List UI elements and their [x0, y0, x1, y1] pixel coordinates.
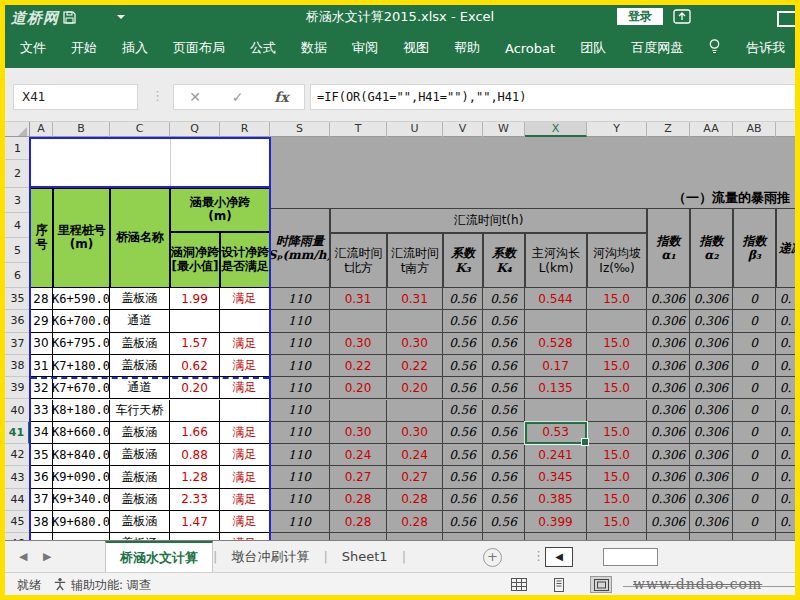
cell-V36[interactable]: 0.56	[443, 310, 483, 332]
cell-Z44[interactable]: 0.306	[647, 489, 690, 511]
insert-function-icon[interactable]: fx	[274, 89, 288, 105]
cell-X35[interactable]: 0.544	[525, 288, 587, 310]
cell-Y42[interactable]: 15.0	[587, 444, 647, 466]
cell-Y46[interactable]	[587, 533, 647, 540]
cell-V38[interactable]: 0.56	[443, 355, 483, 377]
cell-R41[interactable]: 满足	[220, 422, 270, 444]
cell-Q46[interactable]	[170, 533, 220, 540]
cell-W39[interactable]: 0.56	[483, 377, 525, 399]
view-normal-icon[interactable]	[508, 576, 530, 593]
cell-U44[interactable]: 0.28	[387, 489, 443, 511]
cell-U41[interactable]: 0.30	[387, 422, 443, 444]
sheet-tab-sheet1[interactable]: Sheet1	[328, 541, 402, 572]
sheet-tab-bridge-hydrology[interactable]: 桥涵水文计算	[105, 541, 213, 572]
row-header-41[interactable]: 41	[5, 422, 30, 444]
cell-AA36[interactable]: 0.306	[690, 310, 733, 332]
column-header-AB[interactable]: AB	[733, 122, 776, 137]
cell-V40[interactable]: 0.56	[443, 400, 483, 422]
cell-Y45[interactable]: 15.0	[587, 511, 647, 533]
cell-AB43[interactable]: 0	[733, 466, 776, 488]
cell-S41[interactable]: 110	[270, 422, 330, 444]
cell-V44[interactable]: 0.56	[443, 489, 483, 511]
cell-AC39[interactable]: 0.	[776, 377, 796, 399]
column-header-U[interactable]: U	[387, 122, 443, 137]
cell-Q36[interactable]	[170, 310, 220, 332]
column-header-C[interactable]: C	[110, 122, 170, 137]
cell-X42[interactable]: 0.241	[525, 444, 587, 466]
header-recession-partial[interactable]: 递减	[776, 208, 796, 288]
cell-A45[interactable]: 38	[30, 511, 53, 533]
cell-X39[interactable]: 0.135	[525, 377, 587, 399]
cell-U43[interactable]: 0.27	[387, 466, 443, 488]
row-header-2[interactable]: 2	[5, 160, 30, 188]
column-header-B[interactable]: B	[53, 122, 110, 137]
cell-AC35[interactable]: 0.	[776, 288, 796, 310]
ribbon-tab-review[interactable]: 审阅	[352, 39, 378, 57]
cell-AA39[interactable]: 0.306	[690, 377, 733, 399]
cell-C40[interactable]: 车行天桥	[110, 400, 170, 422]
cell-V42[interactable]: 0.56	[443, 444, 483, 466]
cell-AC44[interactable]: 0.	[776, 489, 796, 511]
cell-S42[interactable]: 110	[270, 444, 330, 466]
header-span[interactable]: 涵洞净跨 [最小值]	[170, 232, 220, 288]
cell-R46[interactable]: 满足	[220, 533, 270, 540]
view-page-layout-icon[interactable]	[548, 576, 570, 593]
row-header-37[interactable]: 37	[5, 333, 30, 355]
cell-T42[interactable]: 0.24	[330, 444, 387, 466]
header-k3[interactable]: 系数 K₃	[443, 233, 483, 288]
cell-AC38[interactable]: 0.	[776, 355, 796, 377]
cell-C42[interactable]: 盖板涵	[110, 444, 170, 466]
row-header-6[interactable]: 6	[5, 263, 30, 288]
header-rain[interactable]: 时降雨量 Sₚ(mm/h)	[270, 208, 330, 288]
cell-A35[interactable]: 28	[30, 288, 53, 310]
cell-AA42[interactable]: 0.306	[690, 444, 733, 466]
cell-T41[interactable]: 0.30	[330, 422, 387, 444]
cell-Z45[interactable]: 0.306	[647, 511, 690, 533]
row-header-3[interactable]: 3	[5, 188, 30, 213]
cell-C35[interactable]: 盖板涵	[110, 288, 170, 310]
cell-V41[interactable]: 0.56	[443, 422, 483, 444]
cell-A41[interactable]: 34	[30, 422, 53, 444]
tell-me-label[interactable]: 告诉我	[746, 39, 785, 57]
cell-Z43[interactable]: 0.306	[647, 466, 690, 488]
cell-S35[interactable]: 110	[270, 288, 330, 310]
ribbon-tab-home[interactable]: 开始	[71, 39, 97, 57]
enter-icon[interactable]: ✓	[232, 89, 244, 105]
cell-AC45[interactable]: 0.	[776, 511, 796, 533]
cell-Y43[interactable]: 15.0	[587, 466, 647, 488]
cell-U38[interactable]: 0.22	[387, 355, 443, 377]
column-header-V[interactable]: V	[443, 122, 483, 137]
tab-scroll-right-icon[interactable]: ▶	[43, 550, 51, 563]
cell-Q39[interactable]: 0.20	[170, 377, 220, 399]
column-header-X[interactable]: X	[525, 122, 587, 137]
cell-R35[interactable]: 满足	[220, 288, 270, 310]
cell-Y36[interactable]	[587, 310, 647, 332]
cell-Q45[interactable]: 1.47	[170, 511, 220, 533]
cell-AB38[interactable]: 0	[733, 355, 776, 377]
cell-AA40[interactable]: 0.306	[690, 400, 733, 422]
cell-V39[interactable]: 0.56	[443, 377, 483, 399]
cell-C39[interactable]: 通道	[110, 377, 170, 399]
cell-A43[interactable]: 36	[30, 466, 53, 488]
cell-B39[interactable]: K7+670.0	[53, 377, 110, 399]
ribbon-tab-baidu-netdisk[interactable]: 百度网盘	[631, 39, 683, 57]
cell-W40[interactable]: 0.56	[483, 400, 525, 422]
cell-A40[interactable]: 33	[30, 400, 53, 422]
cell-Y37[interactable]: 15.0	[587, 333, 647, 355]
cell-Z39[interactable]: 0.306	[647, 377, 690, 399]
cell-W35[interactable]: 0.56	[483, 288, 525, 310]
cell-AA37[interactable]: 0.306	[690, 333, 733, 355]
column-header-AA[interactable]: AA	[690, 122, 733, 137]
cell-Q37[interactable]: 1.57	[170, 333, 220, 355]
cell-A36[interactable]: 29	[30, 310, 53, 332]
select-all-corner[interactable]	[5, 122, 30, 137]
cell-AA35[interactable]: 0.306	[690, 288, 733, 310]
cell-C44[interactable]: 盖板涵	[110, 489, 170, 511]
cell-S43[interactable]: 110	[270, 466, 330, 488]
cell-C37[interactable]: 盖板涵	[110, 333, 170, 355]
row-header-45[interactable]: 45	[5, 511, 30, 533]
new-sheet-button[interactable]: +	[483, 548, 502, 567]
cell-R39[interactable]: 满足	[220, 377, 270, 399]
ribbon-tab-insert[interactable]: 插入	[122, 39, 148, 57]
cell-AB35[interactable]: 0	[733, 288, 776, 310]
